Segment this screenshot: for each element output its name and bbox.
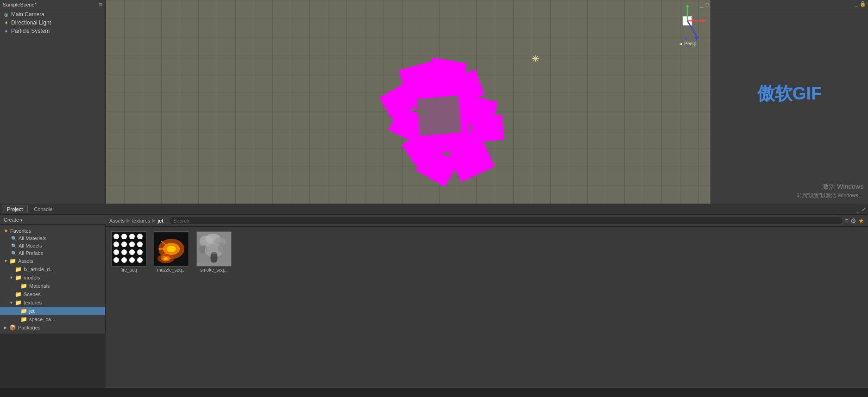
svg-point-30	[113, 249, 119, 255]
textures-folder-icon: 📁	[15, 299, 22, 306]
directional-light-label: Directional Light	[11, 19, 51, 26]
svg-point-32	[129, 249, 135, 255]
smoke-seq-svg	[197, 232, 231, 266]
textures-arrow: ▼	[9, 300, 15, 305]
textures-label: textures	[24, 300, 42, 305]
brand-logo: 傲软GIF	[757, 82, 822, 105]
favorites-star-icon: ★	[4, 228, 8, 234]
asset-smoke-seq[interactable]: smoke_seq...	[195, 231, 233, 273]
main-camera-label: Main Camera	[11, 11, 44, 18]
fx-folder-icon: 📁	[15, 266, 22, 273]
materials-folder-icon: 📁	[20, 283, 27, 289]
space-ca-item[interactable]: 📁 space_ca...	[0, 315, 105, 323]
svg-point-23	[121, 234, 127, 239]
textures-item[interactable]: ▼ 📁 textures	[0, 298, 105, 307]
inspector-lock[interactable]: 🔒	[860, 1, 866, 8]
breadcrumb-textures[interactable]: textures	[132, 218, 150, 223]
asset-filter-icon[interactable]: ⚙	[850, 217, 856, 224]
materials-label: Materials	[29, 283, 50, 289]
particles-svg	[346, 56, 569, 199]
assets-label: Assets	[18, 258, 33, 264]
all-prefabs-item[interactable]: 🔍 All Prefabs	[0, 249, 105, 257]
gizmo-axis-z-label: z	[685, 36, 687, 41]
space-ca-label: space_ca...	[29, 316, 55, 322]
all-materials-label: All Materials	[19, 236, 46, 241]
jet-folder-icon: 📁	[20, 308, 27, 314]
svg-point-25	[137, 234, 143, 239]
project-content: Create ★ Favorites 🔍 All Materials 🔍 All…	[0, 215, 868, 388]
svg-point-47	[164, 257, 168, 260]
smoke-seq-thumb	[196, 231, 232, 267]
hierarchy-item-directional-light[interactable]: ☀ Directional Light	[0, 19, 105, 27]
assets-root[interactable]: ▼ 📁 Assets	[0, 257, 105, 265]
svg-point-28	[129, 242, 135, 247]
all-models-item[interactable]: 🔍 All Models	[0, 242, 105, 249]
asset-fire-seq[interactable]: fire_seq	[110, 231, 147, 273]
packages-item[interactable]: ▶ 📦 Packages	[0, 323, 105, 332]
status-bar	[0, 388, 868, 397]
all-materials-item[interactable]: 🔍 All Materials	[0, 235, 105, 242]
fire-seq-svg	[112, 232, 146, 266]
scenes-item[interactable]: 📁 Scenes	[0, 290, 105, 298]
jet-label: jet	[29, 308, 35, 314]
particle-system-label: Particle System	[11, 28, 50, 34]
favorites-header[interactable]: ★ Favorites	[0, 227, 105, 235]
breadcrumb: Assets ▶ textures ▶ jet	[109, 217, 164, 223]
svg-point-22	[113, 234, 119, 239]
inspector-minimize[interactable]: _	[855, 1, 858, 8]
packages-folder-icon: 📦	[9, 324, 16, 331]
svg-point-29	[137, 242, 143, 247]
tab-console[interactable]: Console	[29, 205, 57, 213]
svg-point-26	[113, 242, 119, 247]
breadcrumb-sep-1: ▶	[126, 217, 130, 223]
asset-list-view-icon[interactable]: ≡	[845, 217, 849, 224]
materials-item[interactable]: 📁 Materials	[0, 282, 105, 290]
asset-favorite-icon[interactable]: ★	[858, 217, 864, 224]
svg-point-36	[129, 257, 135, 263]
svg-point-54	[218, 243, 229, 253]
smoke-seq-label: smoke_seq...	[200, 267, 227, 273]
svg-point-27	[121, 242, 127, 247]
breadcrumb-assets[interactable]: Assets	[109, 218, 125, 223]
svg-marker-2	[702, 19, 706, 23]
breadcrumb-sep-2: ▶	[152, 217, 156, 223]
models-item[interactable]: ▼ 📁 models	[0, 273, 105, 282]
hierarchy-content: ◎ Main Camera ☀ Directional Light ✦ Part…	[0, 9, 105, 36]
asset-search-input[interactable]	[169, 217, 843, 225]
gizmo[interactable]: x z ◄ Persp	[669, 5, 706, 46]
scene-view[interactable]: _ □ x z	[106, 0, 711, 204]
tab-bar: Project Console _ ⤢	[0, 204, 868, 215]
activate-windows-sub: 转到"设置"以激活 Windows。	[716, 192, 863, 199]
svg-point-35	[121, 257, 127, 263]
create-button[interactable]: Create	[4, 217, 23, 223]
hierarchy-panel: SampleScene* ≡ ◎ Main Camera ☀ Direction…	[0, 0, 106, 204]
muzzle-seq-svg	[154, 232, 189, 266]
project-panel-expand[interactable]: ⤢	[862, 206, 866, 212]
models-folder-icon: 📁	[15, 274, 22, 281]
bottom-area: Project Console _ ⤢ Create ★ Favorites 🔍…	[0, 204, 868, 397]
inspector-panel: _ 🔒 傲软GIF 激活 Windows 转到"设置"以激活 Windows。	[711, 0, 868, 204]
asset-browser-toolbar: Assets ▶ textures ▶ jet ≡ ⚙ ★	[106, 215, 868, 227]
all-models-label: All Models	[19, 243, 42, 248]
jet-item[interactable]: 📁 jet	[0, 307, 105, 315]
muzzle-seq-label: muzzle_seq...	[157, 267, 186, 273]
scenes-label: Scenes	[24, 292, 41, 297]
scenes-folder-icon: 📁	[15, 291, 22, 298]
asset-muzzle-seq[interactable]: muzzle_seq...	[153, 231, 190, 273]
particles-container	[346, 56, 569, 194]
project-sidebar: ★ Favorites 🔍 All Materials 🔍 All Models…	[0, 225, 106, 334]
hierarchy-item-particle-system[interactable]: ✦ Particle System	[0, 27, 105, 35]
project-panel-minimize[interactable]: _	[856, 206, 860, 212]
breadcrumb-jet[interactable]: jet	[157, 218, 164, 223]
hierarchy-item-main-camera[interactable]: ◎ Main Camera	[0, 10, 105, 19]
fx-article-item[interactable]: 📁 fx_article_d...	[0, 265, 105, 273]
gizmo-axis-x-label: x	[691, 16, 693, 20]
create-bar: Create	[0, 215, 106, 225]
particle-icon: ✦	[3, 28, 9, 34]
gizmo-svg	[669, 5, 706, 42]
hierarchy-title: SampleScene*	[3, 2, 37, 7]
models-label: models	[24, 275, 40, 280]
hierarchy-menu-icon[interactable]: ≡	[99, 1, 102, 8]
light-icon: ☀	[3, 19, 9, 26]
tab-project[interactable]: Project	[2, 205, 28, 213]
